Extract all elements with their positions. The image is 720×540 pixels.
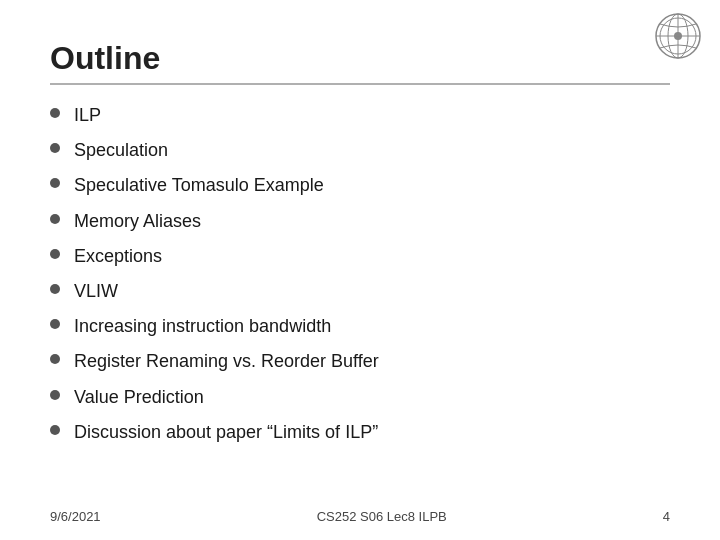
bullet-icon <box>50 143 60 153</box>
bullet-text: Register Renaming vs. Reorder Buffer <box>74 349 379 374</box>
bullet-icon <box>50 108 60 118</box>
bullet-icon <box>50 354 60 364</box>
logo-icon <box>654 12 702 60</box>
bullet-icon <box>50 214 60 224</box>
list-item: Register Renaming vs. Reorder Buffer <box>50 349 670 374</box>
bullet-icon <box>50 425 60 435</box>
bullet-text: Discussion about paper “Limits of ILP” <box>74 420 378 445</box>
bullet-icon <box>50 319 60 329</box>
bullet-icon <box>50 284 60 294</box>
bullet-text: ILP <box>74 103 101 128</box>
bullet-icon <box>50 249 60 259</box>
title-divider <box>50 83 670 85</box>
slide-title: Outline <box>50 40 670 77</box>
list-item: ILP <box>50 103 670 128</box>
list-item: Speculative Tomasulo Example <box>50 173 670 198</box>
list-item: Value Prediction <box>50 385 670 410</box>
footer-date: 9/6/2021 <box>50 509 101 524</box>
list-item: Exceptions <box>50 244 670 269</box>
bullet-text: VLIW <box>74 279 118 304</box>
bullet-text: Memory Aliases <box>74 209 201 234</box>
list-item: Memory Aliases <box>50 209 670 234</box>
bullet-text: Increasing instruction bandwidth <box>74 314 331 339</box>
list-item: Speculation <box>50 138 670 163</box>
footer-course: CS252 S06 Lec8 ILPB <box>101 509 663 524</box>
list-item: Discussion about paper “Limits of ILP” <box>50 420 670 445</box>
bullet-text: Speculation <box>74 138 168 163</box>
list-item: VLIW <box>50 279 670 304</box>
slide: Outline ILPSpeculationSpeculative Tomasu… <box>0 0 720 540</box>
bullet-icon <box>50 178 60 188</box>
bullet-text: Value Prediction <box>74 385 204 410</box>
bullet-list: ILPSpeculationSpeculative Tomasulo Examp… <box>50 103 670 445</box>
bullet-icon <box>50 390 60 400</box>
bullet-text: Exceptions <box>74 244 162 269</box>
bullet-text: Speculative Tomasulo Example <box>74 173 324 198</box>
slide-footer: 9/6/2021 CS252 S06 Lec8 ILPB 4 <box>50 509 670 524</box>
footer-page: 4 <box>663 509 670 524</box>
list-item: Increasing instruction bandwidth <box>50 314 670 339</box>
